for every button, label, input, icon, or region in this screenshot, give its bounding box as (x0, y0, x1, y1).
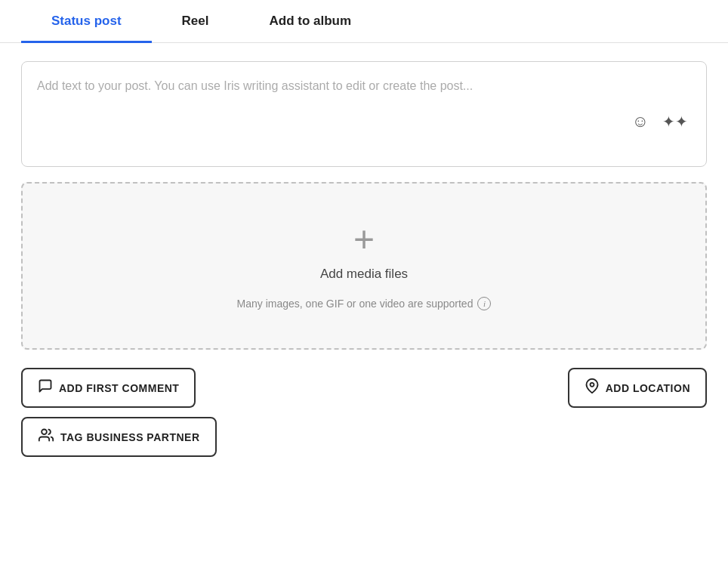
comment-icon (38, 378, 53, 397)
add-location-label: ADD LOCATION (606, 382, 690, 394)
info-icon: i (477, 297, 491, 310)
main-content: Add text to your post. You can use Iris … (0, 43, 728, 475)
ai-assistant-button[interactable]: ✦✦ (659, 110, 691, 133)
svg-point-0 (590, 383, 594, 387)
media-hint: Many images, one GIF or one video are su… (237, 297, 492, 310)
add-first-comment-button[interactable]: ADD FIRST COMMENT (21, 368, 196, 408)
add-first-comment-label: ADD FIRST COMMENT (59, 382, 179, 394)
tab-status-post[interactable]: Status post (21, 0, 152, 43)
svg-point-1 (42, 430, 47, 435)
action-buttons-row1: ADD FIRST COMMENT ADD LOCATION (21, 368, 707, 408)
tab-bar: Status post Reel Add to album (0, 0, 728, 43)
text-toolbar: ☺ ✦✦ (37, 110, 691, 133)
sparkle-icon: ✦✦ (662, 113, 688, 130)
tab-add-to-album[interactable]: Add to album (239, 0, 381, 43)
media-upload-area[interactable]: + Add media files Many images, one GIF o… (21, 182, 707, 350)
tab-reel[interactable]: Reel (152, 0, 239, 43)
post-text-input-container[interactable]: Add text to your post. You can use Iris … (21, 61, 707, 167)
tag-business-partner-label: TAG BUSINESS PARTNER (60, 431, 200, 443)
people-icon (38, 427, 54, 446)
media-hint-text: Many images, one GIF or one video are su… (237, 298, 474, 310)
emoji-icon: ☺ (632, 112, 649, 131)
location-icon (585, 378, 600, 397)
post-text-placeholder: Add text to your post. You can use Iris … (37, 77, 691, 95)
action-buttons-row2: TAG BUSINESS PARTNER (21, 417, 707, 457)
add-icon: + (353, 221, 375, 258)
tag-business-partner-button[interactable]: TAG BUSINESS PARTNER (21, 417, 217, 457)
add-media-label: Add media files (320, 267, 408, 282)
emoji-button[interactable]: ☺ (629, 110, 652, 133)
add-location-button[interactable]: ADD LOCATION (568, 368, 707, 408)
